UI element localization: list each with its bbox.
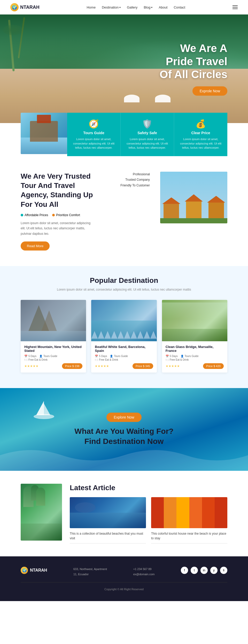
footer-copyright: Copyright © All Right Reserved xyxy=(21,582,227,591)
social-instagram[interactable]: in xyxy=(200,567,208,574)
feature-price-title: Clear Price xyxy=(179,131,222,135)
popular-title: Popular Destination xyxy=(21,276,227,285)
destination-cards: Highest Mountain, New York, United State… xyxy=(21,300,227,373)
article-divider-0 xyxy=(70,543,146,543)
social-linkedin[interactable]: li xyxy=(220,567,227,574)
dest-footer-1: ★★★★★ Price $ 345 xyxy=(95,363,153,369)
features-cards: 🧭 Tours Guide Lorem ipsum dolor sit amet… xyxy=(67,113,227,156)
article-cards: This is a collection of beautiful beache… xyxy=(70,497,227,543)
social-facebook[interactable]: f xyxy=(181,567,188,574)
nav-contact[interactable]: Contact xyxy=(174,5,185,9)
dest-card-1: Beatiful White Sand, Barcelona, Spain 📅5… xyxy=(91,300,157,373)
cta-explore-button[interactable]: Explore Now xyxy=(106,413,141,422)
about-section: We Are Very Trusted Tour And Travel Agen… xyxy=(0,156,248,266)
latest-section: Latest Article This is a collection of b… xyxy=(0,471,248,556)
hero-text: We Are A Pride Travel Of All Circles Exp… xyxy=(160,42,227,95)
footer-top: 🌍 NTARAH 633, Northwest, Apartment 11, E… xyxy=(21,567,227,577)
footer-logo: 🌍 NTARAH xyxy=(21,567,47,574)
dest-meta-2: 📅5 Days 👤Tours Guide 🍽️Free Eat & Drink xyxy=(166,355,224,361)
navbar: 🌍 NTARAH Home Destination ▾ Gallery Blog… xyxy=(0,0,248,14)
dest-meta-0: 📅5 Days 👤Tours Guide 🍽️Free Eat & Drink xyxy=(24,355,82,361)
dest-img-2 xyxy=(162,300,227,341)
features-bar: 🧭 Tours Guide Lorem ipsum dolor sit amet… xyxy=(21,113,227,156)
dest-img-0 xyxy=(21,300,86,341)
dest-meta-1: 📅5 Days 👤Tours Guide 🍽️Free Eat & Drink xyxy=(95,355,153,361)
badge-dot-orange xyxy=(52,214,55,216)
article-text-1: This colorful tourist house near the bea… xyxy=(151,531,227,541)
badge-comfort: Prioritize Comfort xyxy=(52,213,80,217)
badge-affordable: Affordable Prices xyxy=(21,213,48,217)
feature-safety: 🛡️ Safety Safe Lorem ipsum dolor sit ame… xyxy=(121,113,174,156)
footer-address: 633, Northwest, Apartment 11, Ecuador xyxy=(73,567,107,577)
price-icon: 💰 xyxy=(179,119,222,129)
latest-main-image xyxy=(21,484,62,541)
dest-name-0: Highest Mountain, New York, United State… xyxy=(24,345,82,353)
feature-price-text: Lorem ipsum dolor sit amet, consectetur … xyxy=(179,137,222,150)
features-image xyxy=(21,113,67,156)
social-youtube[interactable]: y xyxy=(210,567,218,574)
about-image xyxy=(160,172,227,223)
dest-card-0: Highest Mountain, New York, United State… xyxy=(21,300,86,373)
cta-banner: Explore Now What Are You Waiting For? Fi… xyxy=(0,388,248,471)
about-body: Lorem ipsum dolor sit amet, consectetur … xyxy=(21,221,93,236)
social-twitter[interactable]: t xyxy=(191,567,198,574)
price-btn-2[interactable]: Price $ 420 xyxy=(203,363,224,369)
article-card-0: This is a collection of beautiful beache… xyxy=(70,497,146,543)
about-left: We Are Very Trusted Tour And Travel Agen… xyxy=(21,172,93,251)
latest-articles-col: Latest Article This is a collection of b… xyxy=(70,484,227,543)
feature-safety-text: Lorem ipsum dolor sit amet, consectetur … xyxy=(126,137,169,150)
footer-logo-icon: 🌍 xyxy=(21,567,28,574)
safety-icon: 🛡️ xyxy=(126,119,169,129)
cta-title: What Are You Waiting For? Find Destinati… xyxy=(74,426,173,446)
nav-about[interactable]: About xyxy=(159,5,167,9)
feature-tours: 🧭 Tours Guide Lorem ipsum dolor sit amet… xyxy=(67,113,121,156)
dest-footer-0: ★★★★★ Price $ 238 xyxy=(24,363,82,369)
article-card-1: This colorful tourist house near the bea… xyxy=(151,497,227,543)
nav-blog[interactable]: Blog ▾ xyxy=(144,5,152,9)
footer-brand: 🌍 NTARAH xyxy=(21,567,47,574)
about-heading: We Are Very Trusted Tour And Travel Agen… xyxy=(21,172,93,209)
latest-title: Latest Article xyxy=(70,484,227,492)
footer-socials: f t in y li xyxy=(181,567,227,574)
read-more-button[interactable]: Read More xyxy=(21,241,50,251)
article-img-1 xyxy=(151,497,227,528)
logo[interactable]: 🌍 NTARAH xyxy=(10,3,40,11)
feature-price: 💰 Clear Price Lorem ipsum dolor sit amet… xyxy=(174,113,227,156)
nav-destination[interactable]: Destination ▾ xyxy=(102,5,121,9)
logo-icon: 🌍 xyxy=(10,3,19,11)
latest-header: Latest Article This is a collection of b… xyxy=(21,484,227,543)
price-btn-0[interactable]: Price $ 238 xyxy=(62,363,83,369)
feature-tours-title: Tours Guide xyxy=(72,131,115,135)
about-badges: Affordable Prices Prioritize Comfort xyxy=(21,213,93,217)
feature-safety-title: Safety Safe xyxy=(126,131,169,135)
popular-subtitle: Lorem ipsum dolor sit amet, consectetur … xyxy=(21,287,227,292)
dest-info-1: Beatiful White Sand, Barcelona, Spain 📅5… xyxy=(91,341,157,373)
about-taglines: Professional Trusted Company Friendly To… xyxy=(103,172,150,188)
feature-tours-text: Lorem ipsum dolor sit amet, consectetur … xyxy=(72,137,115,150)
popular-section: Popular Destination Lorem ipsum dolor si… xyxy=(0,266,248,388)
footer: 🌍 NTARAH 633, Northwest, Apartment 11, E… xyxy=(0,556,248,601)
hero-title: We Are A Pride Travel Of All Circles xyxy=(160,42,227,81)
nav-gallery[interactable]: Gallery xyxy=(127,5,137,9)
price-btn-1[interactable]: Price $ 345 xyxy=(133,363,153,369)
dest-img-1 xyxy=(91,300,157,341)
article-img-0 xyxy=(70,497,146,528)
dest-footer-2: ★★★★★ Price $ 420 xyxy=(166,363,224,369)
dest-card-2: Clean Glass Bridge, Marsaille, France 📅5… xyxy=(162,300,227,373)
svg-marker-2 xyxy=(44,404,50,415)
nav-home[interactable]: Home xyxy=(87,5,96,9)
dest-info-0: Highest Mountain, New York, United State… xyxy=(21,341,86,373)
footer-contact-info: +1 234 567 89 ex@domain.com xyxy=(133,567,155,577)
badge-dot-green xyxy=(21,214,23,216)
dest-name-2: Clean Glass Bridge, Marsaille, France xyxy=(166,345,224,353)
dest-name-1: Beatiful White Sand, Barcelona, Spain xyxy=(95,345,153,353)
hamburger-menu[interactable] xyxy=(233,5,238,9)
brand-name: NTARAH xyxy=(20,5,40,10)
article-text-0: This is a collection of beautiful beache… xyxy=(70,531,146,541)
article-divider-1 xyxy=(151,543,227,543)
svg-marker-1 xyxy=(36,401,44,415)
hero-cta-button[interactable]: Exprole Now xyxy=(192,86,227,96)
nav-menu: Home Destination ▾ Gallery Blog ▾ About … xyxy=(87,5,185,9)
cta-content: Explore Now What Are You Waiting For? Fi… xyxy=(74,413,173,446)
hero-section: We Are A Pride Travel Of All Circles Exp… xyxy=(0,14,248,123)
